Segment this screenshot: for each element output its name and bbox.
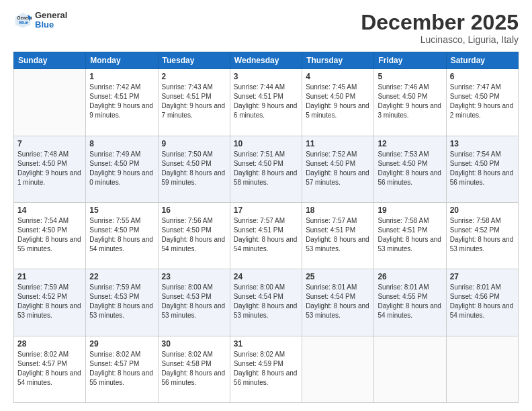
daylight-text: Daylight: 8 hours and 54 minutes. — [17, 369, 81, 386]
day-cell: 28Sunrise: 8:02 AMSunset: 4:57 PMDayligh… — [14, 336, 86, 402]
week-row-4: 21Sunrise: 7:59 AMSunset: 4:52 PMDayligh… — [14, 269, 519, 336]
sunrise-text: Sunrise: 7:44 AM — [234, 83, 285, 91]
day-number: 28 — [17, 339, 82, 349]
day-info: Sunrise: 7:56 AMSunset: 4:50 PMDaylight:… — [162, 216, 226, 254]
daylight-text: Daylight: 8 hours and 53 minutes. — [17, 302, 81, 319]
day-info: Sunrise: 8:02 AMSunset: 4:58 PMDaylight:… — [162, 350, 226, 387]
sunrise-text: Sunrise: 8:01 AM — [378, 283, 429, 291]
day-number: 13 — [450, 139, 515, 148]
daylight-text: Daylight: 8 hours and 53 minutes. — [162, 302, 226, 319]
sunrise-text: Sunrise: 7:57 AM — [306, 217, 357, 224]
day-info: Sunrise: 7:58 AMSunset: 4:51 PMDaylight:… — [378, 216, 442, 254]
day-number: 3 — [234, 72, 298, 81]
weekday-header-tuesday: Tuesday — [158, 52, 230, 69]
sunset-text: Sunset: 4:54 PM — [234, 293, 283, 300]
sunrise-text: Sunrise: 7:56 AM — [162, 217, 213, 224]
sunrise-text: Sunrise: 7:59 AM — [89, 283, 140, 291]
sunrise-text: Sunrise: 7:54 AM — [17, 217, 69, 224]
week-row-5: 28Sunrise: 8:02 AMSunset: 4:57 PMDayligh… — [14, 336, 519, 402]
day-number: 17 — [234, 205, 298, 215]
day-cell — [374, 336, 446, 402]
daylight-text: Daylight: 8 hours and 54 minutes. — [378, 302, 441, 319]
day-cell: 3Sunrise: 7:44 AMSunset: 4:51 PMDaylight… — [230, 69, 302, 136]
day-cell — [302, 336, 374, 402]
day-cell: 18Sunrise: 7:57 AMSunset: 4:51 PMDayligh… — [302, 202, 374, 269]
header: General Blue General Blue December 2025 … — [13, 11, 519, 45]
daylight-text: Daylight: 8 hours and 54 minutes. — [162, 236, 226, 253]
day-number: 5 — [378, 72, 442, 81]
sunrise-text: Sunrise: 7:52 AM — [306, 150, 357, 158]
day-cell: 9Sunrise: 7:50 AMSunset: 4:50 PMDaylight… — [158, 136, 230, 202]
day-info: Sunrise: 7:46 AMSunset: 4:50 PMDaylight:… — [378, 83, 442, 120]
sunrise-text: Sunrise: 8:00 AM — [234, 283, 285, 291]
daylight-text: Daylight: 8 hours and 56 minutes. — [450, 169, 514, 186]
day-number: 12 — [378, 139, 442, 148]
sunset-text: Sunset: 4:55 PM — [378, 293, 427, 300]
weekday-header-friday: Friday — [374, 52, 446, 69]
daylight-text: Daylight: 9 hours and 9 minutes. — [89, 102, 153, 119]
day-info: Sunrise: 7:47 AMSunset: 4:50 PMDaylight:… — [450, 83, 515, 120]
sunset-text: Sunset: 4:57 PM — [89, 360, 139, 367]
sunrise-text: Sunrise: 7:57 AM — [234, 217, 285, 224]
daylight-text: Daylight: 9 hours and 7 minutes. — [162, 102, 226, 119]
day-info: Sunrise: 7:57 AMSunset: 4:51 PMDaylight:… — [306, 216, 370, 254]
sunrise-text: Sunrise: 7:54 AM — [450, 150, 501, 158]
day-info: Sunrise: 7:44 AMSunset: 4:51 PMDaylight:… — [234, 83, 298, 120]
day-number: 14 — [17, 205, 82, 215]
sunrise-text: Sunrise: 8:00 AM — [162, 283, 213, 291]
sunset-text: Sunset: 4:51 PM — [234, 93, 283, 100]
weekday-header-monday: Monday — [86, 52, 158, 69]
daylight-text: Daylight: 8 hours and 55 minutes. — [89, 369, 153, 386]
day-info: Sunrise: 7:59 AMSunset: 4:52 PMDaylight:… — [17, 283, 82, 320]
day-cell: 14Sunrise: 7:54 AMSunset: 4:50 PMDayligh… — [14, 202, 86, 269]
sunset-text: Sunset: 4:58 PM — [162, 360, 212, 367]
sunset-text: Sunset: 4:50 PM — [17, 160, 67, 167]
sunset-text: Sunset: 4:51 PM — [234, 226, 283, 234]
day-info: Sunrise: 8:02 AMSunset: 4:59 PMDaylight:… — [234, 350, 298, 387]
day-number: 30 — [162, 339, 226, 349]
day-number: 24 — [234, 272, 298, 281]
daylight-text: Daylight: 8 hours and 56 minutes. — [378, 169, 441, 186]
day-info: Sunrise: 7:59 AMSunset: 4:53 PMDaylight:… — [89, 283, 154, 320]
sunset-text: Sunset: 4:50 PM — [234, 160, 283, 167]
day-cell: 16Sunrise: 7:56 AMSunset: 4:50 PMDayligh… — [158, 202, 230, 269]
svg-text:Blue: Blue — [19, 20, 28, 25]
day-info: Sunrise: 7:43 AMSunset: 4:51 PMDaylight:… — [162, 83, 226, 120]
sunset-text: Sunset: 4:59 PM — [234, 360, 283, 367]
daylight-text: Daylight: 8 hours and 53 minutes. — [450, 236, 514, 253]
day-info: Sunrise: 8:01 AMSunset: 4:55 PMDaylight:… — [378, 283, 442, 320]
calendar-table: SundayMondayTuesdayWednesdayThursdayFrid… — [13, 52, 519, 403]
day-number: 26 — [378, 272, 442, 281]
daylight-text: Daylight: 8 hours and 53 minutes. — [306, 236, 369, 253]
logo-general: General — [35, 10, 67, 20]
daylight-text: Daylight: 8 hours and 53 minutes. — [234, 302, 298, 319]
sunrise-text: Sunrise: 8:02 AM — [234, 351, 285, 358]
sunrise-text: Sunrise: 7:43 AM — [162, 83, 213, 91]
day-number: 31 — [234, 339, 298, 349]
sunrise-text: Sunrise: 7:58 AM — [378, 217, 429, 224]
day-info: Sunrise: 7:52 AMSunset: 4:50 PMDaylight:… — [306, 150, 370, 187]
day-info: Sunrise: 7:54 AMSunset: 4:50 PMDaylight:… — [17, 216, 82, 254]
day-cell: 1Sunrise: 7:42 AMSunset: 4:51 PMDaylight… — [86, 69, 158, 136]
weekday-header-sunday: Sunday — [14, 52, 86, 69]
day-number: 23 — [162, 272, 226, 281]
daylight-text: Daylight: 8 hours and 54 minutes. — [450, 302, 514, 319]
sunset-text: Sunset: 4:50 PM — [450, 93, 500, 100]
logo-blue: Blue — [35, 19, 54, 30]
sunset-text: Sunset: 4:53 PM — [162, 293, 212, 300]
day-cell: 4Sunrise: 7:45 AMSunset: 4:50 PMDaylight… — [302, 69, 374, 136]
day-number: 29 — [89, 339, 154, 349]
sunset-text: Sunset: 4:50 PM — [450, 160, 500, 167]
week-row-3: 14Sunrise: 7:54 AMSunset: 4:50 PMDayligh… — [14, 202, 519, 269]
day-number: 1 — [89, 72, 154, 81]
day-number: 25 — [306, 272, 370, 281]
sunset-text: Sunset: 4:50 PM — [89, 226, 139, 234]
day-info: Sunrise: 7:42 AMSunset: 4:51 PMDaylight:… — [89, 83, 154, 120]
logo-icon: General Blue — [13, 11, 32, 30]
sunrise-text: Sunrise: 7:55 AM — [89, 217, 140, 224]
location: Lucinasco, Liguria, Italy — [361, 34, 519, 45]
day-info: Sunrise: 8:02 AMSunset: 4:57 PMDaylight:… — [89, 350, 154, 387]
sunrise-text: Sunrise: 8:02 AM — [89, 351, 140, 358]
logo: General Blue General Blue — [13, 11, 67, 30]
day-number: 9 — [162, 139, 226, 148]
